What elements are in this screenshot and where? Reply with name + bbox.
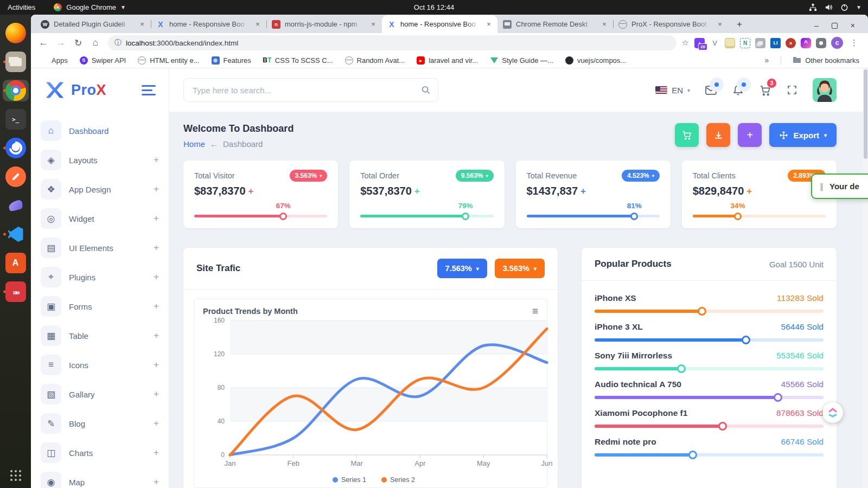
screenshot-extension-icon[interactable] (755, 38, 765, 48)
slider-handle[interactable] (279, 213, 287, 220)
scrollbar-thumb[interactable] (864, 69, 867, 159)
sidebar-item-layouts[interactable]: ◈Layouts+ (41, 145, 159, 175)
dock-software-store[interactable] (3, 252, 29, 274)
slider-handle[interactable] (462, 213, 469, 220)
bookmark-style-guide[interactable]: Style Guide —... (490, 56, 553, 65)
tab-close-icon[interactable]: × (484, 20, 493, 29)
expand-plus-icon[interactable]: + (154, 359, 159, 370)
expand-plus-icon[interactable]: + (154, 447, 159, 458)
download-action-button[interactable] (706, 123, 730, 147)
window-close-button[interactable]: × (851, 21, 855, 30)
bookmark-random-avatar[interactable]: Random Avat... (345, 56, 405, 65)
expand-plus-icon[interactable]: + (154, 213, 159, 224)
dock-mattermost[interactable] (3, 137, 29, 159)
app-menu[interactable]: Google Chrome ▼ (54, 3, 126, 11)
search-input[interactable] (183, 78, 438, 102)
slider-handle[interactable] (698, 307, 706, 316)
window-restore-button[interactable] (832, 23, 838, 29)
extension-icon[interactable]: 20 (694, 38, 705, 48)
expand-plus-icon[interactable]: + (154, 184, 159, 195)
dock-chrome[interactable] (3, 80, 29, 101)
tab-close-icon[interactable]: × (600, 20, 609, 29)
sidebar-item-charts[interactable]: ◫Charts+ (41, 438, 159, 467)
tab-close-icon[interactable]: × (138, 20, 146, 29)
dock-remmina[interactable] (3, 281, 29, 303)
bookmark-apps[interactable]: Apps (40, 56, 68, 65)
linkedin-extension-icon[interactable] (770, 38, 781, 48)
bookmark-swiper[interactable]: Swiper API (80, 56, 126, 65)
stat-badge[interactable]: 3.563%▾ (290, 170, 328, 182)
forward-button[interactable]: → (54, 36, 68, 50)
window-minimize-button[interactable]: – (814, 21, 819, 30)
activities-button[interactable]: Activities (8, 3, 35, 11)
expand-plus-icon[interactable]: + (154, 301, 159, 312)
tab-close-icon[interactable]: × (716, 20, 724, 29)
tab-home-responsive-active[interactable]: home - Responsive Boo × (382, 15, 497, 33)
profile-avatar[interactable]: c (831, 37, 843, 49)
site-info-icon[interactable]: ⓘ (114, 38, 122, 48)
browser-menu-icon[interactable]: ⋮ (848, 38, 860, 48)
sidebar-item-blog[interactable]: ✎Blog+ (41, 409, 159, 438)
dock-postman[interactable] (3, 166, 29, 188)
dock-firefox[interactable] (3, 22, 29, 44)
sidebar-item-plugins[interactable]: ⌖Plugins+ (41, 262, 159, 292)
export-button[interactable]: Export ▾ (769, 123, 837, 147)
sidebar-item-forms[interactable]: ▣Forms+ (41, 292, 159, 321)
user-avatar[interactable] (813, 78, 837, 102)
expand-plus-icon[interactable]: + (154, 330, 159, 341)
add-action-button[interactable]: + (738, 123, 762, 147)
sidebar-item-gallary[interactable]: ▧Gallary+ (41, 380, 159, 409)
sidebar-item-ui-elements[interactable]: ▤UI Elements+ (41, 233, 159, 262)
traffic-dropdown-blue[interactable]: 7.563%▾ (437, 259, 487, 278)
bookmark-laravel-video[interactable]: laravel and vir... (417, 56, 478, 65)
expand-plus-icon[interactable]: + (154, 242, 159, 253)
slider-handle[interactable] (774, 393, 782, 402)
tab-morris-npm[interactable]: morris-js-module - npm × (266, 15, 382, 33)
stat-badge[interactable]: 4.523%▾ (622, 170, 660, 182)
bookmark-features[interactable]: Features (212, 56, 251, 65)
speed-extension-icon[interactable] (786, 38, 796, 48)
caret-down-icon[interactable]: ▼ (856, 4, 861, 10)
dock-files[interactable] (3, 51, 29, 73)
bookmark-css-to-scss[interactable]: CSS To SCSS C... (263, 56, 333, 65)
address-bar[interactable]: ⓘ localhost:3000/backend/index.html (108, 35, 676, 50)
slider-handle[interactable] (677, 364, 686, 373)
tab-prox-responsive[interactable]: ProX - Responsive Boot × (613, 15, 729, 33)
dock-terminal[interactable] (3, 108, 29, 130)
bookmarks-overflow-chevron[interactable]: » (765, 56, 769, 65)
notifications-button[interactable] (732, 84, 744, 97)
cart-action-button[interactable] (675, 123, 699, 147)
slider-handle[interactable] (630, 213, 638, 220)
home-button[interactable]: ⌂ (88, 36, 103, 50)
tab-close-icon[interactable]: × (253, 20, 262, 29)
breadcrumb-home-link[interactable]: Home (183, 139, 205, 149)
network-icon[interactable] (809, 3, 817, 11)
tab-home-responsive-1[interactable]: home - Responsive Boo × (151, 15, 266, 33)
language-selector[interactable]: EN ▾ (655, 86, 690, 95)
cart-button[interactable]: 3 (759, 84, 771, 97)
sidebar-item-app-design[interactable]: ❖App Design+ (41, 175, 159, 204)
new-tab-button[interactable]: + (732, 17, 747, 32)
bookmark-star-icon[interactable]: ☆ (682, 38, 689, 48)
notion-clipper-icon[interactable] (740, 38, 750, 48)
chart-menu-icon[interactable]: ≡ (532, 306, 538, 316)
back-button[interactable]: ← (36, 36, 50, 50)
power-icon[interactable] (840, 3, 848, 11)
traffic-dropdown-orange[interactable]: 3.563%▾ (495, 259, 545, 278)
sidebar-item-dashboard[interactable]: ⌂Dashboard (41, 116, 159, 145)
expand-plus-icon[interactable]: + (154, 389, 159, 400)
search-icon[interactable] (421, 85, 431, 95)
sidebar-item-icons[interactable]: ≡Icons+ (41, 350, 159, 380)
expand-plus-icon[interactable]: + (154, 477, 159, 487)
slider-handle[interactable] (688, 451, 697, 459)
bookmark-html-entity[interactable]: HTML entity e... (138, 56, 199, 65)
clickup-extension-icon[interactable] (801, 38, 811, 48)
fullscreen-button[interactable] (786, 84, 798, 96)
bookmark-vuejs-compos[interactable]: vuejs/compos... (565, 56, 626, 65)
clickup-widget-button[interactable] (822, 402, 843, 423)
sidebar-item-map[interactable]: ◉Map+ (41, 467, 159, 488)
show-applications-button[interactable] (10, 470, 22, 481)
sidebar-item-widget[interactable]: ◎Widget+ (41, 204, 159, 233)
expand-plus-icon[interactable]: + (154, 272, 159, 282)
volume-icon[interactable] (825, 3, 833, 11)
